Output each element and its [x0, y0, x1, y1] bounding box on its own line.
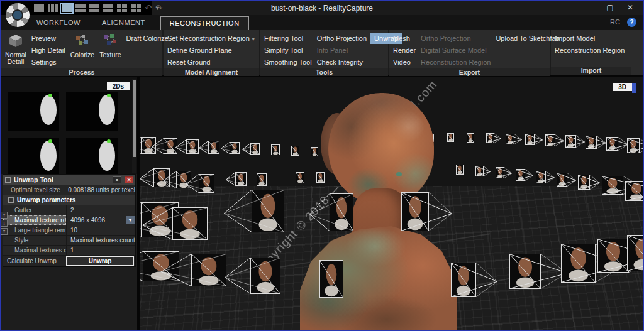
- property-value[interactable]: 1: [66, 246, 135, 255]
- camera-frustum[interactable]: [224, 190, 284, 235]
- collapse-icon[interactable]: −: [8, 197, 14, 203]
- camera-frustum[interactable]: [516, 169, 533, 183]
- camera-frustum[interactable]: [627, 138, 643, 156]
- tab-workflow[interactable]: WORKFLOW: [30, 17, 87, 28]
- camera-frustum[interactable]: [606, 137, 628, 153]
- property-row: Gutter 2: [3, 205, 135, 215]
- minimize-button[interactable]: –: [580, 1, 600, 15]
- camera-frustum[interactable]: [496, 167, 512, 181]
- camera-frustum[interactable]: [625, 181, 643, 203]
- camera-frustum[interactable]: [627, 235, 643, 274]
- close-button[interactable]: ✕: [620, 1, 640, 15]
- menu-item-high-detail[interactable]: High Detail: [31, 45, 65, 57]
- camera-frustum[interactable]: [475, 166, 491, 179]
- camera-frustum[interactable]: [257, 173, 267, 188]
- camera-frustum[interactable]: [525, 134, 543, 148]
- section-header-unwrap-parameters[interactable]: − Unwrap parameters: [3, 195, 135, 205]
- camera-frustum[interactable]: [175, 139, 199, 156]
- camera-frustum[interactable]: [291, 146, 299, 158]
- menu-item-import-model[interactable]: Import Model: [555, 33, 625, 45]
- texture-button[interactable]: Texture: [99, 33, 121, 68]
- menu-item-filtering-tool[interactable]: Filtering Tool: [264, 33, 312, 45]
- property-value-dropdown[interactable]: 4096 x 4096 ▼: [66, 215, 135, 225]
- dock-up-icon[interactable]: ⤒: [1, 228, 8, 235]
- camera-frustum[interactable]: [319, 260, 343, 300]
- camera-frustum[interactable]: [545, 134, 564, 149]
- 3d-viewport[interactable]: Copyright © 2018 — www.p30download.com 3…: [140, 77, 643, 330]
- tab-alignment[interactable]: ALIGNMENT: [96, 17, 152, 28]
- menu-item-reset-ground[interactable]: Reset Ground: [167, 57, 255, 68]
- camera-frustum[interactable]: [451, 263, 497, 300]
- tab-2ds[interactable]: 2Ds: [107, 82, 130, 90]
- maximize-button[interactable]: ▢: [600, 1, 620, 15]
- panel-pin-icon[interactable]: ◂▸: [113, 176, 121, 183]
- menu-item-export-render[interactable]: Render: [393, 45, 416, 57]
- menu-item-draft-colorize[interactable]: Draft Colorize: [126, 33, 169, 45]
- menu-item-set-reconstruction-region[interactable]: Set Reconstruction Region▾: [167, 33, 255, 45]
- camera-frustum[interactable]: [271, 144, 280, 158]
- property-label: Large triangle rem...: [3, 225, 66, 235]
- camera-frustum[interactable]: [225, 258, 280, 296]
- camera-frustum[interactable]: [309, 193, 353, 234]
- viewport-scrollbar[interactable]: [632, 83, 636, 93]
- normal-detail-button[interactable]: Normal Detail: [5, 33, 26, 68]
- menu-item-export-reconstruction-region: Reconstruction Region: [421, 57, 491, 68]
- thumbnail-scrollbar[interactable]: [132, 79, 136, 173]
- camera-frustum[interactable]: [447, 133, 454, 144]
- menu-item-define-ground-plane[interactable]: Define Ground Plane: [167, 45, 255, 57]
- image-thumbnail[interactable]: [8, 92, 59, 131]
- camera-frustum[interactable]: [152, 138, 177, 156]
- camera-frustum[interactable]: [506, 134, 522, 147]
- camera-frustum[interactable]: [536, 171, 555, 186]
- camera-frustum[interactable]: [401, 192, 452, 234]
- collapse-icon[interactable]: −: [5, 177, 11, 183]
- menu-item-upload-to-sketchfab[interactable]: Upload To Sketchfab: [496, 33, 559, 45]
- image-thumbnail[interactable]: [66, 138, 118, 176]
- camera-frustum[interactable]: [557, 173, 576, 189]
- property-value[interactable]: Maximal textures count: [66, 236, 135, 245]
- camera-frustum[interactable]: [467, 133, 474, 145]
- dock-down-icon[interactable]: ⤓: [1, 220, 8, 227]
- camera-frustum[interactable]: [242, 143, 260, 157]
- aligned-indicator-dot: [48, 139, 52, 143]
- camera-frustum[interactable]: [316, 172, 325, 185]
- property-value[interactable]: 10: [66, 225, 135, 235]
- menu-item-simplify-tool[interactable]: Simplify Tool: [264, 45, 312, 57]
- help-icon[interactable]: ?: [627, 18, 636, 27]
- menu-item-import-reconstruction-region[interactable]: Reconstruction Region: [555, 45, 625, 57]
- panel-close-icon[interactable]: ✕: [125, 176, 133, 183]
- menu-item-export-mesh[interactable]: Mesh: [393, 33, 416, 45]
- camera-frustum[interactable]: [509, 254, 568, 291]
- colorize-button[interactable]: Colorize: [70, 33, 95, 68]
- property-label[interactable]: Maximal texture re...: [3, 215, 66, 225]
- camera-frustum[interactable]: [578, 175, 600, 192]
- camera-frustum[interactable]: [186, 174, 214, 195]
- image-thumbnail[interactable]: [66, 92, 118, 131]
- unwrap-button[interactable]: Unwrap: [66, 256, 134, 266]
- camera-frustum[interactable]: [199, 141, 219, 156]
- cube-icon: [8, 34, 23, 49]
- camera-frustum[interactable]: [221, 142, 240, 156]
- camera-frustum[interactable]: [456, 165, 464, 177]
- tab-3d[interactable]: 3D: [613, 83, 632, 91]
- menu-item-settings[interactable]: Settings: [31, 57, 65, 68]
- camera-frustum[interactable]: [486, 133, 501, 146]
- menu-item-ortho-projection[interactable]: Ortho Projection: [317, 33, 367, 45]
- menu-item-export-video[interactable]: Video: [393, 57, 416, 68]
- camera-frustum[interactable]: [142, 207, 208, 242]
- property-value[interactable]: 2: [66, 205, 135, 215]
- camera-frustum[interactable]: [296, 172, 304, 186]
- image-thumbnail[interactable]: [8, 138, 59, 176]
- realitycapture-logo[interactable]: [6, 3, 30, 27]
- camera-frustum[interactable]: [565, 135, 585, 150]
- ribbon-group-import: Import Model Reconstruction Region Impor…: [551, 30, 631, 75]
- dropdown-button-icon[interactable]: ▼: [126, 216, 135, 224]
- camera-frustum[interactable]: [586, 136, 606, 151]
- camera-frustum[interactable]: [226, 172, 247, 188]
- menu-item-preview[interactable]: Preview: [31, 33, 65, 45]
- tab-reconstruction[interactable]: RECONSTRUCTION: [160, 16, 249, 30]
- menu-item-smoothing-tool[interactable]: Smoothing Tool: [264, 57, 312, 68]
- dock-up-icon[interactable]: ⤒: [1, 212, 8, 219]
- camera-frustum[interactable]: [161, 254, 226, 289]
- camera-frustum[interactable]: [311, 147, 318, 159]
